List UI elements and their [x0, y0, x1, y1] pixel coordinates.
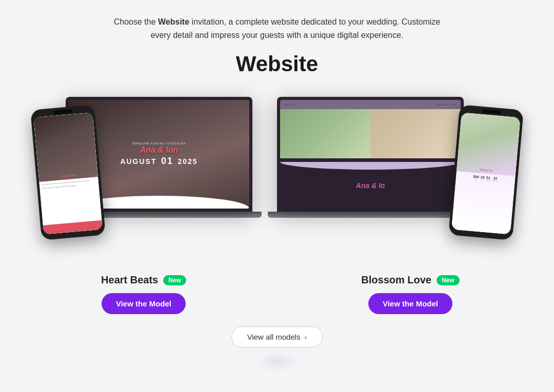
countdown-item-1: 23 ore — [480, 175, 485, 181]
phone-left-wrapper: Ana & Ion Lorem ipsum dolor sit amet con… — [30, 105, 106, 240]
couple-photo-left — [280, 109, 370, 158]
model-name-right: Blossom Love — [361, 274, 431, 286]
phone-blossom-top: Ana & Io — [457, 113, 521, 176]
phone-device-left: Ana & Ion Lorem ipsum dolor sit amet con… — [30, 105, 106, 240]
blossom-content: Împreună pentru totdeauna Ana & Io — [280, 160, 461, 209]
models-row: Ana & Ion Lorem ipsum dolor sit amet con… — [0, 92, 554, 314]
blossom-nav-logo: ANA & ION — [284, 104, 294, 106]
blossom-photo-left — [280, 109, 370, 158]
blossom-nav-1[interactable]: POVESTEA — [437, 104, 448, 106]
badge-new-left: New — [163, 275, 186, 285]
phone-notch-left — [53, 109, 72, 114]
blossom-nav-2[interactable]: RSVP — [451, 104, 457, 106]
phone-device-right: Ana & Io 364 zile — [448, 105, 524, 240]
overlay-names-left: Ana & Ion — [120, 145, 197, 155]
device-group-left: Ana & Ion Lorem ipsum dolor sit amet con… — [10, 92, 277, 266]
intro-bold: Website — [158, 17, 189, 26]
badge-new-right: New — [437, 275, 460, 285]
countdown-item-3: 10 secunde — [492, 176, 498, 182]
model-info-left: Heart Beats New — [101, 274, 186, 286]
blossom-names: Ana & Io — [356, 181, 385, 190]
device-group-right: ANA & ION POVESTEA RSVP — [277, 92, 544, 266]
view-model-button-right[interactable]: View the Model — [368, 293, 452, 314]
phone-screen-hb: Ana & Ion Lorem ipsum dolor sit amet con… — [33, 113, 103, 235]
phone-screen-left: Ana & Ion Lorem ipsum dolor sit amet con… — [33, 113, 103, 235]
overlay-date-num: 01 — [161, 156, 173, 166]
page-container: Choose the Website invitation, a complet… — [0, 0, 554, 392]
model-name-left: Heart Beats — [101, 274, 158, 286]
phone-screen-blossom: Ana & Io 364 zile — [451, 113, 521, 235]
blossom-nav: ANA & ION POVESTEA RSVP — [280, 100, 461, 109]
countdown-label-1: ore — [481, 179, 484, 181]
view-all-button[interactable]: View all models › — [231, 326, 323, 347]
phone-screen-right: Ana & Io 364 zile — [451, 113, 521, 235]
model-card-blossom-love: ANA & ION POVESTEA RSVP — [277, 92, 544, 314]
countdown-label-2: minute — [486, 179, 490, 182]
model-info-right: Blossom Love New — [361, 274, 459, 286]
view-model-button-left[interactable]: View the Model — [102, 293, 186, 314]
countdown-item-0: 364 zile — [473, 175, 480, 181]
laptop-base-right — [268, 212, 473, 218]
model-card-heart-beats: Ana & Ion Lorem ipsum dolor sit amet con… — [10, 92, 277, 314]
view-all-row: View all models › — [231, 326, 323, 347]
overlay-date-year: 2025 — [177, 157, 197, 166]
phone-content-bottom: Lorem ipsum dolor sit amet consectetur a… — [39, 177, 102, 223]
laptop-screen-right: ANA & ION POVESTEA RSVP — [277, 97, 464, 212]
phone-notch-right — [482, 109, 501, 114]
blossom-photo-area — [280, 109, 461, 158]
view-all-label: View all models — [247, 333, 301, 341]
section-title: Website — [236, 52, 318, 76]
overlay-text-left: Împreună pentru totdeauna Ana & Ion AUGU… — [120, 142, 197, 167]
scroll-indicator — [256, 352, 298, 372]
phone-right-wrapper: Ana & Io 364 zile — [448, 105, 524, 240]
countdown-item-2: 51 minute — [486, 176, 491, 182]
intro-text: Choose the Website invitation, a complet… — [103, 15, 451, 42]
countdown-label-0: zile — [474, 178, 477, 180]
laptop-wrapper-right: ANA & ION POVESTEA RSVP — [277, 97, 473, 218]
blossom-photo-right — [370, 109, 461, 158]
blossom-nav-tabs: POVESTEA RSVP — [437, 104, 457, 106]
overlay-date-left: AUGUST 01 2025 — [120, 156, 197, 167]
laptop-screen-inner-right: ANA & ION POVESTEA RSVP — [280, 100, 461, 209]
chevron-right-icon: › — [305, 333, 307, 341]
couple-photo-right — [370, 109, 461, 158]
overlay-date-text: AUGUST — [120, 157, 156, 166]
countdown-label-3: secunde — [492, 180, 498, 182]
phone-blossom-bottom: 364 zile 23 ore 51 — [451, 171, 516, 235]
phone-img-top: Ana & Ion — [33, 113, 98, 182]
